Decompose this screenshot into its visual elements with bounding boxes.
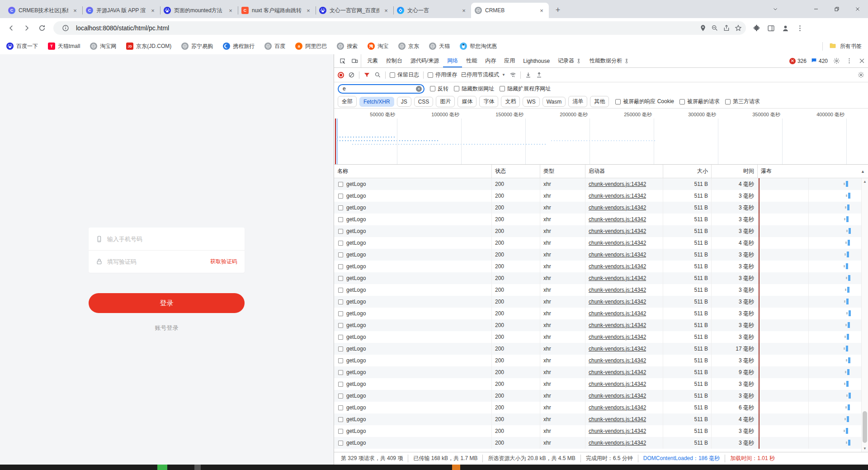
side-panel-icon[interactable] <box>765 22 777 34</box>
devtools-tab-记录器[interactable]: 记录器 <box>554 54 585 67</box>
request-row[interactable]: getLogo 200 xhr chunk-vendors.js:14342 5… <box>334 425 868 437</box>
request-row[interactable]: getLogo 200 xhr chunk-vendors.js:14342 5… <box>334 272 868 284</box>
request-row[interactable]: getLogo 200 xhr chunk-vendors.js:14342 5… <box>334 296 868 308</box>
console-errors-badge[interactable]: ✕ 326 <box>787 54 809 67</box>
devtools-tab-内存[interactable]: 内存 <box>481 54 500 67</box>
bookmark-item[interactable]: 搜索 <box>337 43 358 50</box>
share-icon[interactable] <box>721 22 732 34</box>
header-waterfall[interactable]: 瀑布▲ <box>757 165 868 178</box>
bookmark-item[interactable]: 百度一下 <box>6 43 38 50</box>
request-checkbox[interactable] <box>338 441 343 446</box>
devtools-tab-元素[interactable]: 元素 <box>363 54 382 67</box>
filter-checkbox[interactable]: 被屏蔽的响应 Cookie <box>615 98 674 105</box>
request-type-chip-全部[interactable]: 全部 <box>338 96 357 107</box>
request-checkbox[interactable] <box>338 347 343 351</box>
request-type-chip-图片[interactable]: 图片 <box>436 96 455 107</box>
clear-network-log-icon[interactable] <box>348 71 355 78</box>
request-initiator-link[interactable]: chunk-vendors.js:14342 <box>589 287 646 293</box>
tab-close-icon[interactable]: × <box>382 7 390 14</box>
browser-tab[interactable]: 文心一言× <box>393 3 471 18</box>
request-initiator-link[interactable]: chunk-vendors.js:14342 <box>589 334 646 340</box>
header-name[interactable]: 名称 <box>334 165 491 178</box>
hide-extension-urls-checkbox[interactable]: 隐藏扩展程序网址 <box>500 85 551 93</box>
browser-menu-dots-icon[interactable] <box>794 22 806 34</box>
browser-tab[interactable]: 文心一言官网_百度搜× <box>316 3 393 18</box>
clear-filter-icon[interactable]: × <box>416 86 422 92</box>
request-checkbox[interactable] <box>338 405 343 410</box>
verification-code-input[interactable] <box>107 258 206 265</box>
zoom-out-icon[interactable] <box>709 22 721 34</box>
request-checkbox[interactable] <box>338 194 343 199</box>
request-initiator-link[interactable]: chunk-vendors.js:14342 <box>589 193 646 199</box>
request-initiator-link[interactable]: chunk-vendors.js:14342 <box>589 369 646 375</box>
request-checkbox[interactable] <box>338 370 343 375</box>
filter-checkbox[interactable]: 被屏蔽的请求 <box>679 98 720 105</box>
request-initiator-link[interactable]: chunk-vendors.js:14342 <box>589 381 646 387</box>
minimize-button[interactable] <box>806 0 826 18</box>
request-row[interactable]: getLogo 200 xhr chunk-vendors.js:14342 5… <box>334 178 868 190</box>
request-type-chip-媒体[interactable]: 媒体 <box>458 96 476 107</box>
request-checkbox[interactable] <box>338 241 343 246</box>
new-tab-button[interactable]: + <box>552 4 564 16</box>
devtools-tab-性能[interactable]: 性能 <box>462 54 481 67</box>
hide-data-urls-checkbox[interactable]: 隐藏数据网址 <box>454 85 494 93</box>
console-messages-badge[interactable]: 420 <box>809 54 830 67</box>
browser-tab[interactable]: Cnuxt 客户端路由跳转× <box>238 3 316 18</box>
request-row[interactable]: getLogo 200 xhr chunk-vendors.js:14342 5… <box>334 413 868 425</box>
inspect-element-icon[interactable] <box>336 54 349 67</box>
get-code-link[interactable]: 获取验证码 <box>210 258 237 266</box>
request-row[interactable]: getLogo 200 xhr chunk-vendors.js:14342 5… <box>334 355 868 366</box>
devtools-tab-Lighthouse[interactable]: Lighthouse <box>519 54 554 67</box>
request-row[interactable]: getLogo 200 xhr chunk-vendors.js:14342 5… <box>334 261 868 272</box>
request-row[interactable]: getLogo 200 xhr chunk-vendors.js:14342 5… <box>334 308 868 319</box>
request-row[interactable]: getLogo 200 xhr chunk-vendors.js:14342 5… <box>334 343 868 355</box>
bookmark-item[interactable]: 天猫 <box>429 43 450 50</box>
bookmark-item[interactable]: JD京东(JD.COM) <box>126 43 171 50</box>
request-initiator-link[interactable]: chunk-vendors.js:14342 <box>589 346 646 352</box>
request-row[interactable]: getLogo 200 xhr chunk-vendors.js:14342 5… <box>334 402 868 413</box>
request-type-chip-CSS[interactable]: CSS <box>414 97 434 107</box>
search-icon[interactable] <box>374 71 381 78</box>
request-checkbox[interactable] <box>338 264 343 269</box>
request-initiator-link[interactable]: chunk-vendors.js:14342 <box>589 416 646 423</box>
request-row[interactable]: getLogo 200 xhr chunk-vendors.js:14342 5… <box>334 366 868 378</box>
scrollbar-thumb[interactable] <box>863 411 867 443</box>
devtools-tab-应用[interactable]: 应用 <box>500 54 519 67</box>
network-settings-gear-icon[interactable] <box>858 71 864 78</box>
bookmark-item[interactable]: 淘淘宝 <box>368 43 388 50</box>
request-initiator-link[interactable]: chunk-vendors.js:14342 <box>589 393 646 399</box>
devtools-tab-控制台[interactable]: 控制台 <box>382 54 406 67</box>
restore-button[interactable] <box>826 0 847 18</box>
browser-tab[interactable]: CRMEB× <box>471 3 549 18</box>
scroll-up-icon[interactable]: ▲ <box>862 178 868 185</box>
bookmark-item[interactable]: 苏宁易购 <box>181 43 213 50</box>
filter-checkbox[interactable]: 第三方请求 <box>725 98 760 105</box>
request-checkbox[interactable] <box>338 276 343 281</box>
request-checkbox[interactable] <box>338 323 343 328</box>
browser-tab[interactable]: 页面的mounted方法× <box>160 3 238 18</box>
bookmark-item[interactable]: a阿里巴巴 <box>295 43 327 50</box>
tab-close-icon[interactable]: × <box>71 7 79 14</box>
header-status[interactable]: 状态 <box>491 165 540 178</box>
bookmark-star-icon[interactable] <box>732 22 744 34</box>
network-overview-timeline[interactable]: 50000 毫秒100000 毫秒150000 毫秒200000 毫秒25000… <box>334 109 868 165</box>
extensions-puzzle-icon[interactable] <box>750 22 762 34</box>
request-row[interactable]: getLogo 200 xhr chunk-vendors.js:14342 5… <box>334 237 868 249</box>
tab-close-icon[interactable]: × <box>149 7 156 14</box>
request-type-chip-JS[interactable]: JS <box>397 97 411 107</box>
invert-checkbox[interactable]: 反转 <box>430 85 448 93</box>
tab-search-chevron-icon[interactable] <box>765 0 786 18</box>
request-checkbox[interactable] <box>338 335 343 340</box>
request-type-chip-其他[interactable]: 其他 <box>590 96 609 107</box>
site-info-icon[interactable] <box>60 22 71 34</box>
header-initiator[interactable]: 启动器 <box>585 165 663 178</box>
devtools-tab-源代码/来源[interactable]: 源代码/来源 <box>406 54 443 67</box>
request-checkbox[interactable] <box>338 217 343 222</box>
header-size[interactable]: 大小 <box>663 165 711 178</box>
filter-funnel-icon[interactable] <box>363 71 370 78</box>
request-type-chip-Wasm[interactable]: Wasm <box>542 97 566 107</box>
request-row[interactable]: getLogo 200 xhr chunk-vendors.js:14342 5… <box>334 437 868 449</box>
device-toolbar-icon[interactable] <box>349 54 361 67</box>
address-bar[interactable]: localhost:8080/static/html/pc.html <box>53 21 746 35</box>
request-type-chip-字体[interactable]: 字体 <box>479 96 498 107</box>
